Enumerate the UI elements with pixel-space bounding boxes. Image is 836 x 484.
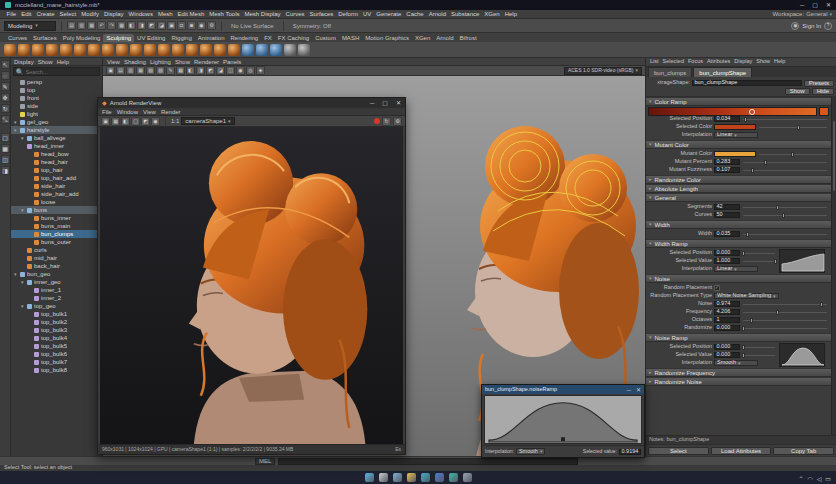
- outliner-persp-layout-icon[interactable]: ◨: [1, 166, 10, 175]
- tree-item-ball-allvege[interactable]: ▾ball_allvege: [11, 134, 102, 142]
- value-slider[interactable]: [742, 250, 777, 256]
- shelf-tab-arnold[interactable]: Arnold: [433, 34, 456, 42]
- select-tool-icon[interactable]: ↖: [1, 60, 10, 69]
- menu-mesh[interactable]: Mesh: [155, 11, 175, 17]
- shelf-tab-custom[interactable]: Custom: [312, 34, 339, 42]
- value-field[interactable]: 0.000: [714, 344, 740, 350]
- move-tool-icon[interactable]: ✥: [1, 93, 10, 102]
- taskbar-maya-icon[interactable]: [449, 473, 458, 482]
- attribute-editor-button-copy-tab[interactable]: Copy Tab: [773, 447, 834, 455]
- value-slider[interactable]: [742, 325, 829, 331]
- renderview-close-button[interactable]: ✕: [396, 100, 401, 106]
- freeze-shelf-icon[interactable]: [242, 44, 254, 56]
- render-camera-selector[interactable]: cameraShape1▾: [181, 117, 234, 125]
- open-render-view-icon[interactable]: ◘: [177, 21, 186, 30]
- isolate-selected-icon[interactable]: ◉: [151, 117, 160, 126]
- menu-set-selector[interactable]: Modeling▾: [4, 21, 56, 31]
- foamy-shelf-icon[interactable]: [88, 44, 100, 56]
- convert-shelf-icon[interactable]: [284, 44, 296, 56]
- shelf-tab-xgen[interactable]: XGen: [412, 34, 433, 42]
- value-field[interactable]: 0.000: [714, 352, 740, 358]
- four-pane-layout-icon[interactable]: ▦: [1, 144, 10, 153]
- expand-arrow-icon[interactable]: ▾: [21, 208, 25, 213]
- safe-action-icon[interactable]: ◫: [226, 66, 235, 75]
- tree-item-side-hair-add[interactable]: side_hair_add: [11, 190, 102, 198]
- slider-thumb[interactable]: [774, 259, 777, 264]
- render-current-frame-icon[interactable]: ◙: [187, 21, 196, 30]
- taskbar-file-explorer-icon[interactable]: [407, 473, 416, 482]
- film-gate-icon[interactable]: ◧: [186, 66, 195, 75]
- ramp-window-close-button[interactable]: ✕: [636, 387, 641, 393]
- mel-toggle-button[interactable]: MEL: [255, 458, 275, 465]
- wireframe-on-shaded-icon[interactable]: ◈: [256, 66, 265, 75]
- shelf-tab-surfaces[interactable]: Surfaces: [30, 34, 60, 42]
- tree-item-top-geo[interactable]: ▾top_geo: [11, 302, 102, 310]
- value-field[interactable]: 0.283: [714, 159, 740, 165]
- menu-edit-mesh[interactable]: Edit Mesh: [175, 11, 207, 17]
- selected-value-field[interactable]: 0.9194: [619, 449, 641, 455]
- make-live-icon[interactable]: ◪: [157, 21, 166, 30]
- ramp-window-minimize-button[interactable]: ─: [627, 387, 631, 393]
- render-image-canvas[interactable]: [100, 127, 403, 444]
- smear-shelf-icon[interactable]: [200, 44, 212, 56]
- menu-generate[interactable]: Generate: [374, 11, 404, 17]
- tree-item-inner-2[interactable]: inner_2: [11, 294, 102, 302]
- tree-item-head-inner[interactable]: head_inner: [11, 142, 102, 150]
- imprint-shelf-icon[interactable]: [130, 44, 142, 56]
- hidden-icons-chevron-icon[interactable]: ⌃: [798, 476, 803, 482]
- value-slider[interactable]: [742, 352, 777, 358]
- tree-item-light[interactable]: light: [11, 110, 102, 118]
- menu-uv[interactable]: UV: [360, 11, 373, 17]
- section-header-width-ramp[interactable]: ▾Width Ramp: [646, 239, 831, 248]
- outliner-search[interactable]: 🔍: [13, 67, 100, 76]
- menu-mesh-display[interactable]: Mesh Display: [242, 11, 283, 17]
- menu-mesh-tools[interactable]: Mesh Tools: [207, 11, 242, 17]
- image-plane-icon[interactable]: ▧: [146, 66, 155, 75]
- value-field[interactable]: 0.000: [714, 250, 740, 256]
- value-slider[interactable]: [742, 116, 829, 122]
- rotate-tool-icon[interactable]: ↻: [1, 104, 10, 113]
- tree-item-top-bulk1[interactable]: top_bulk1: [11, 310, 102, 318]
- slider-thumb[interactable]: [751, 168, 754, 173]
- node-tab-bun-clumps[interactable]: bun_clumps: [648, 67, 692, 77]
- value-slider[interactable]: [742, 317, 829, 323]
- field-chart-icon[interactable]: ◪: [216, 66, 225, 75]
- snapshot-icon[interactable]: ▣: [101, 117, 110, 126]
- shelf-tab-mash[interactable]: MASH: [339, 34, 362, 42]
- shelf-tab-curves[interactable]: Curves: [5, 34, 30, 42]
- undo-icon[interactable]: ↶: [97, 21, 106, 30]
- tree-item-hairstyle[interactable]: ▾hairstyle: [11, 126, 102, 134]
- shelf-tab-uv-editing[interactable]: UV Editing: [134, 34, 168, 42]
- value-slider[interactable]: [742, 344, 777, 350]
- dropdown-interpolation[interactable]: Linear▾: [714, 132, 758, 139]
- taskbar-task-view-icon[interactable]: [393, 473, 402, 482]
- section-header-width[interactable]: ▾Width: [646, 220, 831, 229]
- snap-to-point-icon[interactable]: ◨: [137, 21, 146, 30]
- expand-arrow-icon[interactable]: ▾: [21, 280, 25, 285]
- lasso-tool-icon[interactable]: ◌: [1, 71, 10, 80]
- panel-menu-view[interactable]: View: [107, 59, 120, 65]
- render-settings-icon[interactable]: ⚙: [207, 21, 216, 30]
- tree-item-side[interactable]: side: [11, 102, 102, 110]
- color-ramp-control[interactable]: [648, 107, 817, 116]
- renderview-minimize-button[interactable]: ─: [370, 100, 374, 106]
- tree-item-curls[interactable]: curls: [11, 246, 102, 254]
- spray-shelf-icon[interactable]: [102, 44, 114, 56]
- presets-button[interactable]: Presets: [804, 80, 834, 87]
- value-field[interactable]: 1: [714, 317, 740, 323]
- help-icon[interactable]: ?: [824, 22, 832, 30]
- slider-thumb[interactable]: [746, 232, 749, 237]
- interpolation-selector[interactable]: Smooth▾: [516, 448, 545, 455]
- value-slider[interactable]: [742, 231, 829, 237]
- value-slider[interactable]: [742, 301, 829, 307]
- tree-item-top-bulk4[interactable]: top_bulk4: [11, 334, 102, 342]
- slider-thumb[interactable]: [776, 205, 779, 210]
- panel-menu-lighting[interactable]: Lighting: [150, 59, 171, 65]
- section-header-mutant-color[interactable]: ▾Mutant Color: [646, 140, 831, 149]
- section-header-absolute-length[interactable]: ▸Absolute Length: [646, 184, 831, 193]
- menu-substance[interactable]: Substance: [448, 11, 481, 17]
- slider-thumb[interactable]: [820, 302, 823, 307]
- tree-item-top-bulk2[interactable]: top_bulk2: [11, 318, 102, 326]
- tree-item-buns-inner[interactable]: buns_inner: [11, 214, 102, 222]
- snap-to-grid-icon[interactable]: ▩: [117, 21, 126, 30]
